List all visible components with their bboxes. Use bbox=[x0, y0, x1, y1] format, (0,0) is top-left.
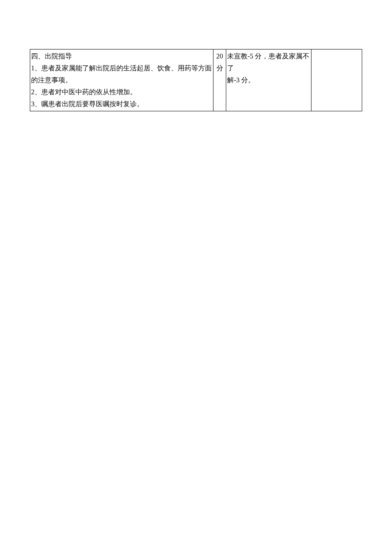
criteria-item: 2、患者对中医中药的依从性增加。 bbox=[30, 86, 213, 98]
table-row: 四、出院指导 1、患者及家属能了解出院后的生活起居、饮食、用药等方面的注意事项。… bbox=[30, 49, 362, 111]
deduction-cell: 未宣教-5 分，患者及家属不了 解-3 分。 bbox=[226, 49, 311, 111]
score-unit: 分 bbox=[213, 62, 226, 74]
deduction-text: 解-3 分。 bbox=[226, 74, 311, 86]
score-number: 20 bbox=[213, 50, 226, 62]
deduction-text: 未宣教-5 分，患者及家属不了 bbox=[226, 50, 311, 74]
empty-cell bbox=[311, 49, 362, 111]
score-cell: 20 分 bbox=[213, 49, 226, 111]
criteria-item: 3、嘱患者出院后要尊医嘱按时复诊。 bbox=[30, 98, 213, 110]
section-heading: 四、出院指导 bbox=[30, 50, 213, 62]
assessment-table: 四、出院指导 1、患者及家属能了解出院后的生活起居、饮食、用药等方面的注意事项。… bbox=[30, 49, 362, 111]
criteria-cell: 四、出院指导 1、患者及家属能了解出院后的生活起居、饮食、用药等方面的注意事项。… bbox=[30, 49, 213, 111]
criteria-item: 1、患者及家属能了解出院后的生活起居、饮食、用药等方面的注意事项。 bbox=[30, 62, 213, 86]
